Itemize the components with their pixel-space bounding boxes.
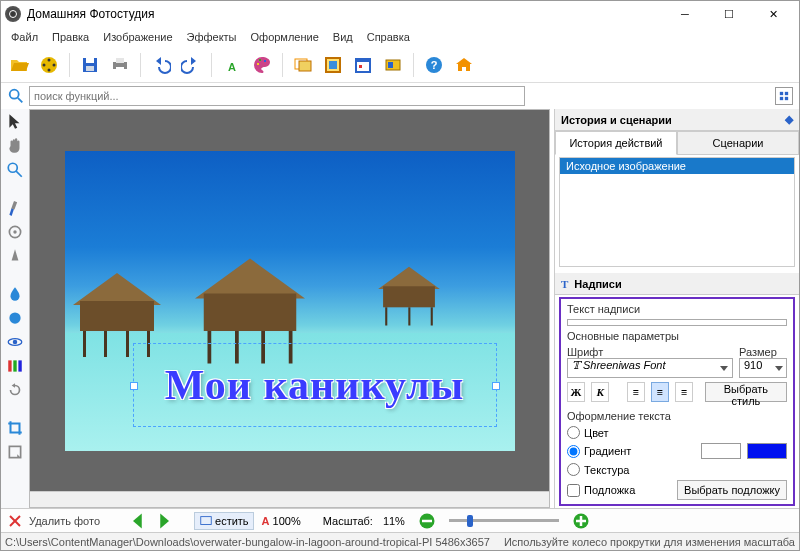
menu-file[interactable]: Файл bbox=[5, 29, 44, 45]
zoom-in-button[interactable] bbox=[571, 511, 591, 531]
history-item[interactable]: Исходное изображение bbox=[560, 158, 794, 174]
search-row bbox=[1, 83, 799, 109]
opt-underlay[interactable]: Подложка bbox=[567, 484, 635, 497]
zoom-slider[interactable] bbox=[449, 519, 559, 522]
menu-view[interactable]: Вид bbox=[327, 29, 359, 45]
zoom-value: 11% bbox=[383, 515, 405, 527]
crop-tool[interactable] bbox=[6, 419, 24, 437]
svg-point-36 bbox=[13, 230, 16, 233]
left-toolbox bbox=[1, 109, 29, 508]
blur-tool[interactable] bbox=[6, 285, 24, 303]
fit-screen-button[interactable]: естить bbox=[194, 512, 254, 530]
text-selection[interactable]: Мои каникулы bbox=[133, 343, 497, 427]
menu-edit[interactable]: Правка bbox=[46, 29, 95, 45]
svg-point-14 bbox=[264, 60, 266, 62]
svg-point-26 bbox=[10, 90, 19, 99]
photo[interactable]: Мои каникулы bbox=[65, 151, 515, 451]
home-button[interactable] bbox=[450, 51, 478, 79]
bottom-bar: Удалить фото естить A 100% Масштаб: 11% bbox=[1, 508, 799, 532]
brush-tool[interactable] bbox=[6, 199, 24, 217]
save-button[interactable] bbox=[76, 51, 104, 79]
next-button[interactable] bbox=[154, 511, 174, 531]
history-list[interactable]: Исходное изображение bbox=[559, 157, 795, 267]
status-path: C:\Users\ContentManager\Downloads\overwa… bbox=[5, 536, 490, 548]
text-icon: T bbox=[561, 278, 568, 290]
calendar-button[interactable] bbox=[349, 51, 377, 79]
rgb-tool[interactable] bbox=[6, 357, 24, 375]
filmreel-button[interactable] bbox=[35, 51, 63, 79]
align-center-button[interactable]: ≡ bbox=[651, 382, 669, 402]
font-select[interactable]: 𝕋 Shreeniwas Font bbox=[567, 358, 733, 378]
size-select[interactable]: 910 bbox=[739, 358, 787, 378]
svg-rect-9 bbox=[116, 58, 124, 63]
menu-image[interactable]: Изображение bbox=[97, 29, 178, 45]
palette-button[interactable] bbox=[248, 51, 276, 79]
zoom-100-button[interactable]: A 100% bbox=[260, 511, 303, 531]
maximize-button[interactable]: ☐ bbox=[707, 1, 751, 27]
svg-rect-48 bbox=[422, 519, 432, 522]
canvas-area: Мои каникулы bbox=[29, 109, 550, 508]
svg-rect-29 bbox=[785, 92, 788, 95]
panel-grid-icon[interactable] bbox=[775, 87, 793, 105]
rotate-tool[interactable] bbox=[6, 381, 24, 399]
resize-tool[interactable] bbox=[6, 443, 24, 461]
caption-text-input[interactable] bbox=[567, 319, 787, 326]
zoom-tool[interactable] bbox=[6, 161, 24, 179]
opt-texture[interactable]: Текстура bbox=[567, 463, 787, 476]
align-right-button[interactable]: ≡ bbox=[675, 382, 693, 402]
redo-button[interactable] bbox=[177, 51, 205, 79]
eye-tool[interactable] bbox=[6, 333, 24, 351]
svg-rect-31 bbox=[785, 97, 788, 100]
svg-rect-46 bbox=[201, 516, 212, 524]
zoom-out-button[interactable] bbox=[417, 511, 437, 531]
help-button[interactable]: ? bbox=[420, 51, 448, 79]
search-input[interactable] bbox=[29, 86, 525, 106]
prev-button[interactable] bbox=[128, 511, 148, 531]
align-left-button[interactable]: ≡ bbox=[627, 382, 645, 402]
svg-rect-7 bbox=[86, 66, 94, 71]
svg-rect-42 bbox=[18, 360, 21, 371]
hand-tool[interactable] bbox=[6, 137, 24, 155]
choose-underlay-button[interactable]: Выбрать подложку bbox=[677, 480, 787, 500]
frame-button[interactable] bbox=[319, 51, 347, 79]
tab-history[interactable]: История действий bbox=[555, 131, 677, 155]
menu-bar: Файл Правка Изображение Эффекты Оформлен… bbox=[1, 27, 799, 47]
gradient-color-2[interactable] bbox=[747, 443, 787, 459]
collapse-icon[interactable]: ◆ bbox=[785, 113, 793, 126]
choose-style-button[interactable]: Выбрать стиль bbox=[705, 382, 787, 402]
adjust-tool[interactable] bbox=[6, 223, 24, 241]
print-button[interactable] bbox=[106, 51, 134, 79]
opt-gradient[interactable]: Градиент bbox=[567, 445, 631, 458]
italic-button[interactable]: К bbox=[591, 382, 609, 402]
tab-scenarios[interactable]: Сценарии bbox=[677, 131, 799, 155]
text-properties-panel: Текст надписи Основные параметры Шрифт 𝕋… bbox=[559, 297, 795, 506]
menu-effects[interactable]: Эффекты bbox=[181, 29, 243, 45]
text-tool-button[interactable]: A bbox=[218, 51, 246, 79]
zoom-label: Масштаб: bbox=[323, 515, 373, 527]
svg-point-37 bbox=[9, 312, 20, 323]
pointer-tool[interactable] bbox=[6, 113, 24, 131]
svg-rect-6 bbox=[86, 58, 94, 63]
svg-rect-28 bbox=[780, 92, 783, 95]
minimize-button[interactable]: ─ bbox=[663, 1, 707, 27]
circle-tool[interactable] bbox=[6, 309, 24, 327]
opt-color[interactable]: Цвет bbox=[567, 426, 787, 439]
font-label: Шрифт bbox=[567, 346, 733, 358]
close-button[interactable]: ✕ bbox=[751, 1, 795, 27]
menu-design[interactable]: Оформление bbox=[245, 29, 325, 45]
bold-button[interactable]: Ж bbox=[567, 382, 585, 402]
undo-button[interactable] bbox=[147, 51, 175, 79]
canvas-scrollbar[interactable] bbox=[30, 491, 549, 507]
text-design-label: Оформление текста bbox=[567, 410, 787, 422]
menu-help[interactable]: Справка bbox=[361, 29, 416, 45]
filmstrip-button[interactable] bbox=[379, 51, 407, 79]
gradient-color-1[interactable] bbox=[701, 443, 741, 459]
overlay-text[interactable]: Мои каникулы bbox=[165, 361, 465, 409]
gallery-button[interactable] bbox=[289, 51, 317, 79]
open-button[interactable] bbox=[5, 51, 33, 79]
canvas[interactable]: Мои каникулы bbox=[30, 110, 549, 491]
svg-rect-16 bbox=[299, 61, 311, 71]
history-panel-header: История и сценарии ◆ bbox=[555, 109, 799, 131]
delete-photo-button[interactable]: Удалить фото bbox=[29, 515, 100, 527]
sharpen-tool[interactable] bbox=[6, 247, 24, 265]
